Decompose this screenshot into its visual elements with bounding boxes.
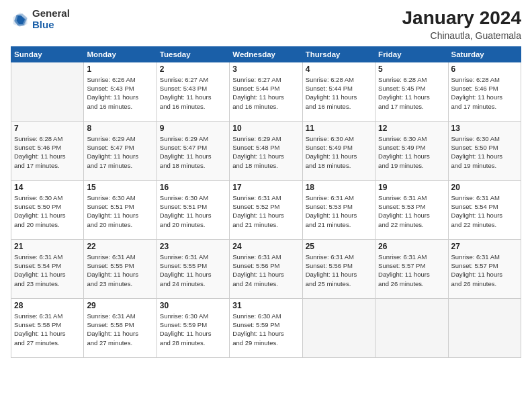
logo-general: General bbox=[32, 8, 70, 19]
calendar-cell: 17Sunrise: 6:31 AM Sunset: 5:52 PM Dayli… bbox=[230, 180, 302, 239]
calendar-cell bbox=[302, 298, 375, 357]
day-info: Sunrise: 6:31 AM Sunset: 5:53 PM Dayligh… bbox=[306, 193, 372, 229]
logo-text: General Blue bbox=[32, 8, 70, 30]
calendar-week-row: 14Sunrise: 6:30 AM Sunset: 5:50 PM Dayli… bbox=[11, 180, 521, 239]
day-info: Sunrise: 6:31 AM Sunset: 5:55 PM Dayligh… bbox=[160, 253, 226, 288]
day-number: 19 bbox=[378, 183, 445, 192]
day-number: 27 bbox=[451, 242, 518, 251]
day-info: Sunrise: 6:31 AM Sunset: 5:57 PM Dayligh… bbox=[451, 253, 518, 288]
calendar-cell: 23Sunrise: 6:31 AM Sunset: 5:55 PM Dayli… bbox=[157, 239, 229, 298]
calendar-cell bbox=[448, 298, 521, 357]
day-info: Sunrise: 6:29 AM Sunset: 5:48 PM Dayligh… bbox=[232, 134, 299, 170]
day-info: Sunrise: 6:30 AM Sunset: 5:50 PM Dayligh… bbox=[451, 134, 518, 170]
calendar-cell bbox=[11, 62, 84, 121]
day-number: 7 bbox=[14, 124, 81, 133]
calendar-header-wednesday: Wednesday bbox=[230, 46, 302, 62]
day-number: 8 bbox=[87, 124, 153, 133]
calendar-header-thursday: Thursday bbox=[302, 46, 375, 62]
calendar-cell: 29Sunrise: 6:31 AM Sunset: 5:58 PM Dayli… bbox=[84, 298, 157, 357]
calendar-cell: 16Sunrise: 6:30 AM Sunset: 5:51 PM Dayli… bbox=[157, 180, 229, 239]
day-info: Sunrise: 6:30 AM Sunset: 5:49 PM Dayligh… bbox=[378, 134, 445, 170]
day-number: 3 bbox=[232, 64, 299, 74]
calendar-week-row: 28Sunrise: 6:31 AM Sunset: 5:58 PM Dayli… bbox=[11, 298, 521, 357]
calendar-cell: 3Sunrise: 6:27 AM Sunset: 5:44 PM Daylig… bbox=[230, 62, 302, 121]
day-info: Sunrise: 6:29 AM Sunset: 5:47 PM Dayligh… bbox=[87, 134, 153, 170]
day-number: 23 bbox=[160, 242, 226, 251]
calendar-cell: 30Sunrise: 6:30 AM Sunset: 5:59 PM Dayli… bbox=[157, 298, 229, 357]
calendar-cell: 22Sunrise: 6:31 AM Sunset: 5:55 PM Dayli… bbox=[84, 239, 157, 298]
day-info: Sunrise: 6:31 AM Sunset: 5:53 PM Dayligh… bbox=[378, 193, 445, 229]
day-number: 21 bbox=[14, 242, 81, 251]
day-info: Sunrise: 6:26 AM Sunset: 5:43 PM Dayligh… bbox=[87, 75, 153, 111]
calendar-cell: 26Sunrise: 6:31 AM Sunset: 5:57 PM Dayli… bbox=[375, 239, 448, 298]
day-number: 11 bbox=[306, 124, 372, 133]
day-info: Sunrise: 6:31 AM Sunset: 5:55 PM Dayligh… bbox=[87, 253, 153, 288]
calendar-header-tuesday: Tuesday bbox=[157, 46, 229, 62]
day-info: Sunrise: 6:31 AM Sunset: 5:54 PM Dayligh… bbox=[451, 193, 518, 229]
header: General Blue January 2024 Chinautla, Gua… bbox=[11, 8, 521, 41]
day-number: 17 bbox=[232, 183, 299, 192]
day-info: Sunrise: 6:30 AM Sunset: 5:59 PM Dayligh… bbox=[160, 312, 226, 347]
day-info: Sunrise: 6:28 AM Sunset: 5:45 PM Dayligh… bbox=[378, 75, 445, 111]
day-number: 28 bbox=[14, 301, 81, 310]
page: General Blue January 2024 Chinautla, Gua… bbox=[0, 0, 532, 411]
calendar-cell: 21Sunrise: 6:31 AM Sunset: 5:54 PM Dayli… bbox=[11, 239, 84, 298]
calendar-cell: 11Sunrise: 6:30 AM Sunset: 5:49 PM Dayli… bbox=[302, 121, 375, 180]
calendar-cell: 18Sunrise: 6:31 AM Sunset: 5:53 PM Dayli… bbox=[302, 180, 375, 239]
day-info: Sunrise: 6:31 AM Sunset: 5:58 PM Dayligh… bbox=[14, 312, 81, 347]
day-number: 2 bbox=[160, 64, 226, 74]
day-info: Sunrise: 6:31 AM Sunset: 5:57 PM Dayligh… bbox=[378, 253, 445, 288]
day-info: Sunrise: 6:27 AM Sunset: 5:44 PM Dayligh… bbox=[232, 75, 299, 111]
day-number: 10 bbox=[232, 124, 299, 133]
day-number: 15 bbox=[87, 183, 153, 192]
day-number: 4 bbox=[306, 64, 372, 74]
calendar-title: January 2024 bbox=[402, 8, 521, 29]
day-number: 6 bbox=[451, 64, 518, 74]
calendar-week-row: 1Sunrise: 6:26 AM Sunset: 5:43 PM Daylig… bbox=[11, 62, 521, 121]
day-number: 12 bbox=[378, 124, 445, 133]
day-number: 14 bbox=[14, 183, 81, 192]
day-number: 5 bbox=[378, 64, 445, 74]
calendar-cell: 7Sunrise: 6:28 AM Sunset: 5:46 PM Daylig… bbox=[11, 121, 84, 180]
day-info: Sunrise: 6:28 AM Sunset: 5:44 PM Dayligh… bbox=[306, 75, 372, 111]
calendar-cell: 10Sunrise: 6:29 AM Sunset: 5:48 PM Dayli… bbox=[230, 121, 302, 180]
calendar-cell: 25Sunrise: 6:31 AM Sunset: 5:56 PM Dayli… bbox=[302, 239, 375, 298]
day-info: Sunrise: 6:30 AM Sunset: 5:50 PM Dayligh… bbox=[14, 193, 81, 229]
day-number: 20 bbox=[451, 183, 518, 192]
day-info: Sunrise: 6:31 AM Sunset: 5:52 PM Dayligh… bbox=[232, 193, 299, 229]
calendar-header-row: SundayMondayTuesdayWednesdayThursdayFrid… bbox=[11, 46, 521, 62]
day-info: Sunrise: 6:31 AM Sunset: 5:54 PM Dayligh… bbox=[14, 253, 81, 288]
logo-icon bbox=[11, 10, 30, 29]
day-info: Sunrise: 6:27 AM Sunset: 5:43 PM Dayligh… bbox=[160, 75, 226, 111]
calendar-header-friday: Friday bbox=[375, 46, 448, 62]
calendar-cell: 6Sunrise: 6:28 AM Sunset: 5:46 PM Daylig… bbox=[448, 62, 521, 121]
calendar-cell: 24Sunrise: 6:31 AM Sunset: 5:56 PM Dayli… bbox=[230, 239, 302, 298]
calendar-header-sunday: Sunday bbox=[11, 46, 84, 62]
calendar-cell: 12Sunrise: 6:30 AM Sunset: 5:49 PM Dayli… bbox=[375, 121, 448, 180]
calendar-cell: 27Sunrise: 6:31 AM Sunset: 5:57 PM Dayli… bbox=[448, 239, 521, 298]
logo: General Blue bbox=[11, 8, 70, 30]
logo-blue: Blue bbox=[32, 19, 70, 31]
day-number: 30 bbox=[160, 301, 226, 310]
calendar-table: SundayMondayTuesdayWednesdayThursdayFrid… bbox=[11, 46, 521, 358]
calendar-cell: 8Sunrise: 6:29 AM Sunset: 5:47 PM Daylig… bbox=[84, 121, 157, 180]
calendar-cell bbox=[375, 298, 448, 357]
calendar-cell: 4Sunrise: 6:28 AM Sunset: 5:44 PM Daylig… bbox=[302, 62, 375, 121]
day-number: 26 bbox=[378, 242, 445, 251]
day-info: Sunrise: 6:31 AM Sunset: 5:56 PM Dayligh… bbox=[232, 253, 299, 288]
calendar-subtitle: Chinautla, Guatemala bbox=[402, 30, 521, 41]
calendar-week-row: 21Sunrise: 6:31 AM Sunset: 5:54 PM Dayli… bbox=[11, 239, 521, 298]
calendar-header-saturday: Saturday bbox=[448, 46, 521, 62]
calendar-cell: 9Sunrise: 6:29 AM Sunset: 5:47 PM Daylig… bbox=[157, 121, 229, 180]
calendar-cell: 5Sunrise: 6:28 AM Sunset: 5:45 PM Daylig… bbox=[375, 62, 448, 121]
calendar-cell: 2Sunrise: 6:27 AM Sunset: 5:43 PM Daylig… bbox=[157, 62, 229, 121]
calendar-cell: 15Sunrise: 6:30 AM Sunset: 5:51 PM Dayli… bbox=[84, 180, 157, 239]
day-info: Sunrise: 6:31 AM Sunset: 5:56 PM Dayligh… bbox=[306, 253, 372, 288]
calendar-cell: 14Sunrise: 6:30 AM Sunset: 5:50 PM Dayli… bbox=[11, 180, 84, 239]
day-info: Sunrise: 6:30 AM Sunset: 5:51 PM Dayligh… bbox=[87, 193, 153, 229]
day-info: Sunrise: 6:31 AM Sunset: 5:58 PM Dayligh… bbox=[87, 312, 153, 347]
calendar-cell: 20Sunrise: 6:31 AM Sunset: 5:54 PM Dayli… bbox=[448, 180, 521, 239]
day-number: 22 bbox=[87, 242, 153, 251]
calendar-cell: 1Sunrise: 6:26 AM Sunset: 5:43 PM Daylig… bbox=[84, 62, 157, 121]
day-number: 29 bbox=[87, 301, 153, 310]
